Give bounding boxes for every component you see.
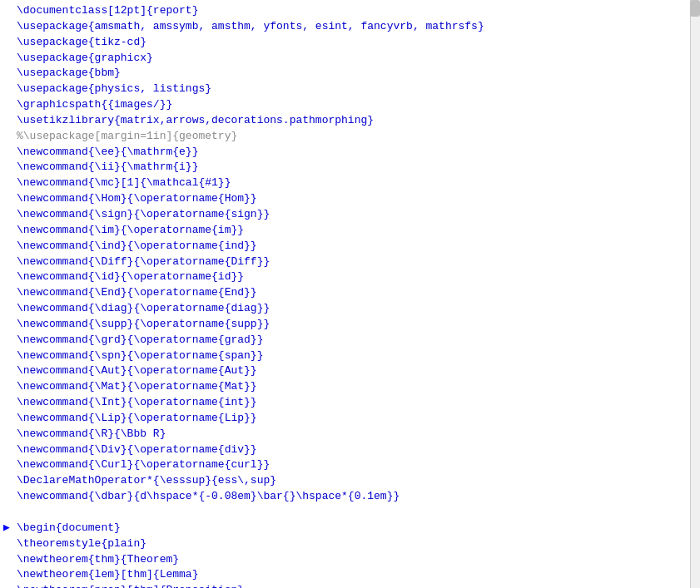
line-content: \usepackage{amsmath, amssymb, amsthm, yf… xyxy=(17,19,697,35)
line-content: \newcommand{\mc}[1]{\mathcal{#1}} xyxy=(17,175,697,191)
token: \usepackage{graphicx} xyxy=(17,52,153,64)
line-16: \newcommand{\ind}{\operatorname{ind}} xyxy=(0,239,700,254)
token: \newtheorem{lem}[thm]{Lemma} xyxy=(17,568,198,581)
token: \newcommand{\sign}{\operatorname{sign}} xyxy=(17,208,270,220)
line-26: \newcommand{\Int}{\operatorname{int}} xyxy=(0,395,700,411)
line-content: \newcommand{\ind}{\operatorname{ind}} xyxy=(17,239,697,254)
line-content: \newcommand{\R}{\Bbb R} xyxy=(17,427,697,442)
line-content: %\usepackage[margin=1in]{geometry} xyxy=(17,129,697,145)
line-37: \newtheorem{lem}[thm]{Lemma} xyxy=(0,567,700,583)
token: \newcommand{\ii}{\mathrm{i}} xyxy=(17,161,198,173)
line-marker: ▶ xyxy=(3,521,10,536)
line-7: \graphicspath{{images/}} xyxy=(0,97,700,113)
editor-container: \documentclass[12pt]{report}\usepackage{… xyxy=(0,0,700,588)
line-34: ▶\begin{document} xyxy=(0,521,700,536)
line-6: \usepackage{physics, listings} xyxy=(0,82,700,97)
token: \newcommand{\Int}{\operatorname{int}} xyxy=(17,396,257,408)
line-content: \newtheorem{prop}[thm]{Proposition} xyxy=(17,583,697,588)
line-12: \newcommand{\mc}[1]{\mathcal{#1}} xyxy=(0,175,700,191)
token: \newtheorem{thm}{Theorem} xyxy=(17,553,179,566)
token: \newcommand{\diag}{\operatorname{diag}} xyxy=(17,302,270,314)
lines-container: \documentclass[12pt]{report}\usepackage{… xyxy=(0,3,700,588)
token: \newcommand{\Curl}{\operatorname{curl}} xyxy=(17,458,270,471)
line-content: \newcommand{\Mat}{\operatorname{Mat}} xyxy=(17,379,697,395)
token: \newcommand{\supp}{\operatorname{supp}} xyxy=(17,318,270,330)
line-content: \usetikzlibrary{matrix,arrows,decoration… xyxy=(17,113,697,129)
line-content: \newtheorem{thm}{Theorem} xyxy=(17,552,697,568)
token: \newcommand{\End}{\operatorname{End}} xyxy=(17,286,257,299)
line-content: \newcommand{\Hom}{\operatorname{Hom}} xyxy=(17,191,697,207)
token: \newcommand{\dbar}{d\hspace*{-0.08em}\ba… xyxy=(17,490,400,502)
line-content: \newcommand{\dbar}{d\hspace*{-0.08em}\ba… xyxy=(17,489,697,505)
line-content: \newcommand{\im}{\operatorname{im}} xyxy=(17,223,697,239)
token: \newcommand{\spn}{\operatorname{span}} xyxy=(17,349,263,362)
token: \usepackage{physics, listings} xyxy=(17,82,211,95)
token: \usepackage{amsmath, amssymb, amsthm, yf… xyxy=(17,20,484,32)
line-8: \usetikzlibrary{matrix,arrows,decoration… xyxy=(0,113,700,129)
line-content: \usepackage{physics, listings} xyxy=(17,82,697,97)
line-17: \newcommand{\Diff}{\operatorname{Diff}} xyxy=(0,254,700,270)
token: \newcommand{\ee}{\mathrm{e}} xyxy=(17,146,198,158)
line-content: \newcommand{\Diff}{\operatorname{Diff}} xyxy=(17,254,697,270)
line-15: \newcommand{\im}{\operatorname{im}} xyxy=(0,223,700,239)
token: \usepackage{bbm} xyxy=(17,67,121,79)
line-5: \usepackage{bbm} xyxy=(0,66,700,82)
token: \usepackage{tikz-cd} xyxy=(17,36,146,48)
line-11: \newcommand{\ii}{\mathrm{i}} xyxy=(0,160,700,175)
token: %\usepackage[margin=1in]{geometry} xyxy=(17,130,237,142)
line-10: \newcommand{\ee}{\mathrm{e}} xyxy=(0,145,700,161)
line-content: \newcommand{\Int}{\operatorname{int}} xyxy=(17,395,697,411)
line-content: \documentclass[12pt]{report} xyxy=(17,3,697,19)
line-content: \DeclareMathOperator*{\esssup}{ess\,sup} xyxy=(17,473,697,489)
line-25: \newcommand{\Mat}{\operatorname{Mat}} xyxy=(0,379,700,395)
scrollbar[interactable] xyxy=(690,0,700,588)
line-content xyxy=(17,505,697,521)
line-content: \newcommand{\Curl}{\operatorname{curl}} xyxy=(17,457,697,473)
line-1: \documentclass[12pt]{report} xyxy=(0,3,700,19)
token: \newcommand{\Aut}{\operatorname{Aut}} xyxy=(17,364,257,377)
line-content: \usepackage{bbm} xyxy=(17,66,697,82)
line-content: \begin{document} xyxy=(17,521,697,536)
token: \graphicspath{{images/}} xyxy=(17,98,172,111)
line-24: \newcommand{\Aut}{\operatorname{Aut}} xyxy=(0,363,700,379)
token: \newcommand{\grd}{\operatorname{grad}} xyxy=(17,334,263,346)
line-content: \newcommand{\id}{\operatorname{id}} xyxy=(17,269,697,285)
line-content: \newcommand{\ee}{\mathrm{e}} xyxy=(17,145,697,161)
token: \begin{document} xyxy=(17,521,121,534)
line-36: \newtheorem{thm}{Theorem} xyxy=(0,552,700,568)
line-content: \newcommand{\spn}{\operatorname{span}} xyxy=(17,348,697,364)
line-18: \newcommand{\id}{\operatorname{id}} xyxy=(0,269,700,285)
line-9: %\usepackage[margin=1in]{geometry} xyxy=(0,129,700,145)
line-content: \theoremstyle{plain} xyxy=(17,536,697,552)
line-content: \newtheorem{lem}[thm]{Lemma} xyxy=(17,567,697,583)
line-content: \newcommand{\grd}{\operatorname{grad}} xyxy=(17,333,697,348)
line-2: \usepackage{amsmath, amssymb, amsthm, yf… xyxy=(0,19,700,35)
line-content: \newcommand{\Div}{\operatorname{div}} xyxy=(17,442,697,458)
line-content: \newcommand{\sign}{\operatorname{sign}} xyxy=(17,207,697,223)
line-14: \newcommand{\sign}{\operatorname{sign}} xyxy=(0,207,700,223)
line-20: \newcommand{\diag}{\operatorname{diag}} xyxy=(0,301,700,317)
token: \newcommand{\R}{\Bbb R} xyxy=(17,427,166,440)
line-21: \newcommand{\supp}{\operatorname{supp}} xyxy=(0,317,700,333)
line-35: \theoremstyle{plain} xyxy=(0,536,700,552)
token: \DeclareMathOperator*{\esssup}{ess\,sup} xyxy=(17,474,276,487)
line-content: \newcommand{\diag}{\operatorname{diag}} xyxy=(17,301,697,317)
line-33 xyxy=(0,505,700,521)
line-content: \usepackage{graphicx} xyxy=(17,51,697,67)
line-content: \graphicspath{{images/}} xyxy=(17,97,697,113)
line-23: \newcommand{\spn}{\operatorname{span}} xyxy=(0,348,700,364)
token: \newcommand{\Lip}{\operatorname{Lip}} xyxy=(17,412,257,424)
token: \documentclass[12pt]{report} xyxy=(17,4,198,17)
line-38: \newtheorem{prop}[thm]{Proposition} xyxy=(0,583,700,588)
token: \newtheorem{prop}[thm]{Proposition} xyxy=(17,584,244,588)
line-22: \newcommand{\grd}{\operatorname{grad}} xyxy=(0,333,700,348)
token: \newcommand{\id}{\operatorname{id}} xyxy=(17,270,244,283)
token: \newcommand{\mc}[1]{\mathcal{#1}} xyxy=(17,176,231,189)
token: \newcommand{\Diff}{\operatorname{Diff}} xyxy=(17,255,270,268)
token: \newcommand{\Div}{\operatorname{div}} xyxy=(17,443,257,456)
line-3: \usepackage{tikz-cd} xyxy=(0,35,700,51)
line-32: \newcommand{\dbar}{d\hspace*{-0.08em}\ba… xyxy=(0,489,700,505)
token: \usetikzlibrary{matrix,arrows,decoration… xyxy=(17,114,374,126)
scrollbar-thumb[interactable] xyxy=(690,0,700,17)
line-content: \usepackage{tikz-cd} xyxy=(17,35,697,51)
